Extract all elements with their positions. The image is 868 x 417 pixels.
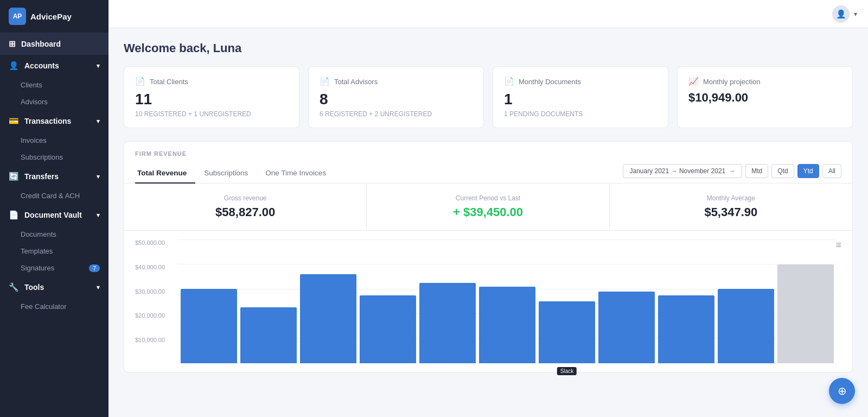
sidebar-item-advisors[interactable]: Advisors <box>0 93 108 110</box>
sidebar-item-dashboard[interactable]: ⊞ Dashboard <box>0 33 108 55</box>
chart-bar <box>419 283 476 363</box>
period-btn-mtd[interactable]: Mtd <box>745 164 768 178</box>
help-fab[interactable]: ⊕ <box>829 378 855 404</box>
gross-revenue-value: $58,827.00 <box>137 205 353 219</box>
dashboard-icon: ⊞ <box>9 39 16 49</box>
clients-card-label: Total Clients <box>150 78 188 86</box>
chart-bar <box>360 295 416 363</box>
tab-total-revenue[interactable]: Total Revenue <box>135 163 195 184</box>
clients-card-value: 11 <box>135 91 288 108</box>
period-btn-qtd[interactable]: Qtd <box>771 164 794 178</box>
chart-bar <box>479 287 535 363</box>
revenue-tabs: Total Revenue Subscriptions One Time Inv… <box>124 163 852 184</box>
logo-text: AdvicePay <box>30 12 72 21</box>
y-label-2: $20,000.00 <box>135 312 165 319</box>
y-label-5: $50,000.00 <box>135 239 165 246</box>
advisors-card-value: 8 <box>320 91 473 108</box>
chevron-down-icon: ▾ <box>97 118 100 125</box>
bar-wrapper <box>360 239 416 363</box>
chevron-down-icon: ▾ <box>97 212 100 219</box>
projection-card-label: Monthly projection <box>703 78 761 86</box>
bars-container: Slack <box>178 239 836 363</box>
sidebar-item-label: Transfers <box>24 172 59 181</box>
monthly-average-value: $5,347.90 <box>623 205 839 219</box>
tab-subscriptions[interactable]: Subscriptions <box>202 163 257 184</box>
sidebar-item-templates[interactable]: Templates <box>0 243 108 260</box>
transfers-icon: 🔄 <box>9 172 19 181</box>
revenue-metrics: Gross revenue $58,827.00 Current Period … <box>124 184 852 231</box>
period-btn-ytd[interactable]: Ytd <box>797 164 819 178</box>
chart-bar <box>598 292 655 363</box>
firm-revenue-section: FIRM REVENUE Total Revenue Subscriptions… <box>124 141 853 372</box>
bar-wrapper <box>300 239 356 363</box>
stat-card-monthly-projection: 📈 Monthly projection $10,949.00 <box>677 66 853 128</box>
chart-bar: Slack <box>539 301 595 363</box>
logo: AP AdvicePay <box>0 0 108 33</box>
bar-wrapper: Slack <box>539 239 595 363</box>
date-range-text: January 2021 → November 2021 <box>630 167 726 175</box>
main-content: 👤 ▾ Welcome back, Luna 📄 Total Clients 1… <box>108 0 868 417</box>
page-title: Welcome back, Luna <box>124 41 853 55</box>
y-label-1: $10,000.00 <box>135 337 165 343</box>
sidebar-item-clients[interactable]: Clients <box>0 77 108 93</box>
revenue-chart: ≡ $50,000.00 $40,000.00 $30,000.00 $20,0… <box>124 231 852 372</box>
bar-wrapper <box>777 239 834 363</box>
tab-one-time-invoices[interactable]: One Time Invoices <box>263 163 335 184</box>
chart-menu-icon[interactable]: ≡ <box>835 239 841 251</box>
topbar-chevron-icon[interactable]: ▾ <box>854 10 857 18</box>
sidebar-item-label: Transactions <box>24 117 71 125</box>
sidebar-item-tools[interactable]: 🔧 Tools ▾ <box>0 276 108 298</box>
sidebar: AP AdvicePay ⊞ Dashboard 👤 Accounts ▾ Cl… <box>0 0 108 417</box>
monthly-average-label: Monthly Average <box>623 194 839 202</box>
sidebar-item-transfers[interactable]: 🔄 Transfers ▾ <box>0 166 108 187</box>
sidebar-item-transactions[interactable]: 💳 Transactions ▾ <box>0 110 108 132</box>
bar-wrapper <box>718 239 774 363</box>
sidebar-item-invoices[interactable]: Invoices <box>0 132 108 149</box>
document-vault-icon: 📄 <box>9 210 19 220</box>
sidebar-item-label: Accounts <box>24 61 59 70</box>
bar-wrapper <box>598 239 655 363</box>
advisors-card-label: Total Advisors <box>334 78 378 86</box>
stat-card-total-advisors: 📄 Total Advisors 8 6 REGISTERED + 2 UNRE… <box>308 66 484 128</box>
sidebar-item-label: Document Vault <box>24 211 82 219</box>
advisors-card-icon: 📄 <box>320 77 330 86</box>
date-range-button[interactable]: January 2021 → November 2021 → <box>623 164 743 178</box>
sidebar-item-document-vault[interactable]: 📄 Document Vault ▾ <box>0 204 108 226</box>
chart-grid-area: Slack <box>178 239 836 363</box>
period-btn-all[interactable]: All <box>822 164 841 178</box>
docs-card-value: 1 <box>504 91 657 108</box>
transactions-icon: 💳 <box>9 116 19 126</box>
chevron-down-icon: ▾ <box>97 173 100 180</box>
chart-bar <box>777 264 834 363</box>
bar-wrapper <box>479 239 535 363</box>
firm-revenue-header: FIRM REVENUE <box>124 142 852 157</box>
bar-wrapper <box>419 239 476 363</box>
metric-gross-revenue: Gross revenue $58,827.00 <box>124 184 367 230</box>
docs-card-sub: 1 PENDING DOCUMENTS <box>504 110 657 118</box>
sidebar-item-subscriptions[interactable]: Subscriptions <box>0 149 108 166</box>
bar-wrapper <box>240 239 297 363</box>
clients-card-icon: 📄 <box>135 77 145 86</box>
advisors-card-sub: 6 REGISTERED + 2 UNREGISTERED <box>320 110 473 118</box>
sidebar-item-fee-calculator[interactable]: Fee Calculator <box>0 298 108 315</box>
docs-card-icon: 📄 <box>504 77 514 86</box>
chevron-down-icon: ▾ <box>97 62 100 70</box>
stat-card-monthly-documents: 📄 Monthly Documents 1 1 PENDING DOCUMENT… <box>493 66 668 128</box>
chevron-down-icon: ▾ <box>97 284 100 291</box>
y-label-4: $40,000.00 <box>135 264 165 270</box>
chart-bar <box>300 274 356 363</box>
sidebar-item-credit-card-ach[interactable]: Credit Card & ACH <box>0 187 108 204</box>
current-period-value: + $39,450.00 <box>380 205 596 219</box>
sidebar-item-documents[interactable]: Documents <box>0 226 108 243</box>
chart-bar <box>658 295 714 363</box>
chart-bar <box>181 289 237 363</box>
signatures-label: Signatures <box>21 264 54 272</box>
metric-monthly-average: Monthly Average $5,347.90 <box>610 184 852 230</box>
sidebar-item-accounts[interactable]: 👤 Accounts ▾ <box>0 55 108 77</box>
avatar[interactable]: 👤 <box>832 5 850 23</box>
sidebar-item-label: Tools <box>24 283 44 292</box>
bar-wrapper <box>658 239 714 363</box>
logo-icon: AP <box>9 8 26 25</box>
sidebar-item-signatures[interactable]: Signatures 7 <box>0 260 108 276</box>
projection-card-value: $10,949.00 <box>688 91 841 105</box>
